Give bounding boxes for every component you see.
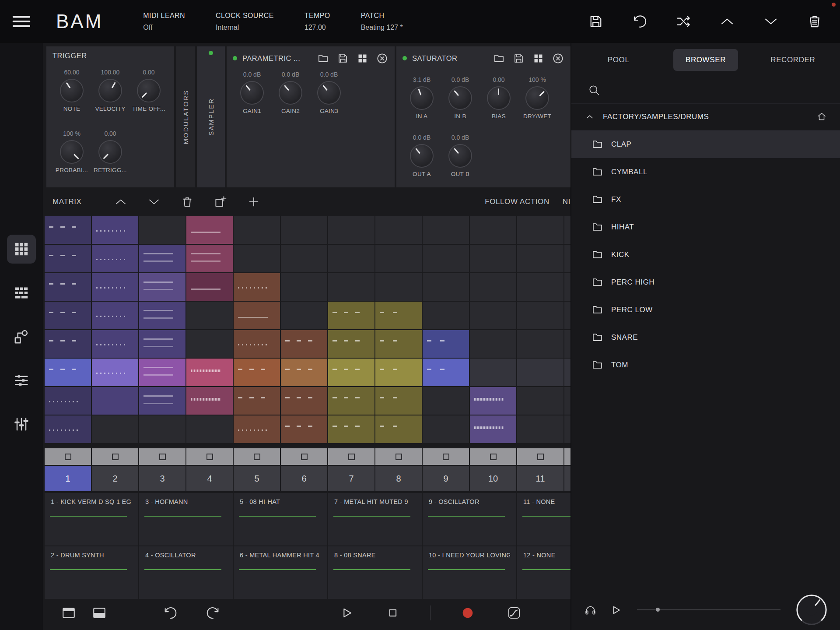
matrix-cell[interactable]	[564, 216, 570, 244]
track-cell[interactable]: 10 - I NEED YOUR LOVING	[423, 546, 516, 599]
matrix-cell[interactable]	[564, 245, 570, 272]
sidebar-item-mixer-view[interactable]	[7, 366, 36, 395]
save-preset-button[interactable]	[512, 52, 525, 65]
scene-checkbox[interactable]	[281, 448, 327, 465]
scene-checkbox[interactable]	[423, 448, 469, 465]
matrix-cell[interactable]	[423, 216, 469, 244]
matrix-cell[interactable]	[564, 302, 570, 329]
load-preset-button[interactable]	[316, 52, 329, 65]
matrix-cell[interactable]	[139, 330, 186, 358]
matrix-cell[interactable]	[375, 387, 422, 415]
knob[interactable]	[60, 140, 84, 164]
matrix-cell[interactable]	[328, 302, 374, 329]
modulators-tab[interactable]: MODULATORS	[176, 46, 195, 187]
step-number[interactable]: 9	[423, 466, 469, 491]
matrix-cell[interactable]	[517, 330, 564, 358]
routing-button[interactable]	[532, 52, 545, 65]
matrix-cell[interactable]	[45, 415, 91, 443]
search-field[interactable]	[571, 77, 840, 103]
matrix-cell[interactable]	[186, 302, 233, 329]
track-cell[interactable]: 8 - 08 SNARE	[328, 546, 422, 599]
row-up-button[interactable]	[113, 194, 128, 209]
matrix-cell[interactable]	[45, 387, 91, 415]
matrix-cell[interactable]	[92, 415, 138, 443]
matrix-cell[interactable]	[423, 415, 469, 443]
breadcrumb[interactable]: FACTORY/SAMPLES/DRUMS	[571, 103, 840, 130]
matrix-cell[interactable]	[517, 245, 564, 272]
matrix-cell[interactable]	[186, 330, 233, 358]
matrix-cell[interactable]	[423, 273, 469, 301]
matrix-cell[interactable]	[45, 273, 91, 301]
matrix-cell[interactable]	[470, 302, 516, 329]
matrix-cell[interactable]	[139, 302, 186, 329]
matrix-cell[interactable]	[564, 273, 570, 301]
track-cell[interactable]: 1 - KICK VERM D SQ 1 EG 2	[45, 493, 138, 546]
tab-browser[interactable]: BROWSER	[673, 49, 738, 71]
scene-checkbox[interactable]	[564, 448, 570, 465]
matrix-cell[interactable]	[281, 359, 327, 386]
patch-down-button[interactable]	[762, 13, 780, 30]
scene-checkbox[interactable]	[470, 448, 516, 465]
midi-learn-field[interactable]: MIDI LEARN Off	[143, 12, 185, 32]
matrix-cell[interactable]	[234, 359, 280, 386]
stop-button[interactable]	[384, 604, 402, 622]
matrix-cell[interactable]	[564, 330, 570, 358]
scene-checkbox[interactable]	[186, 448, 233, 465]
matrix-cell[interactable]	[375, 273, 422, 301]
preview-volume-slider[interactable]	[637, 609, 780, 610]
scene-checkbox[interactable]	[45, 448, 91, 465]
row-down-button[interactable]	[147, 194, 161, 209]
knob[interactable]	[525, 86, 549, 110]
matrix-cell[interactable]	[234, 216, 280, 244]
step-number[interactable]: 12	[564, 466, 570, 491]
step-number[interactable]: 6	[281, 466, 327, 491]
track-cell[interactable]: 6 - METAL HAMMER HIT 4	[234, 546, 327, 599]
matrix-cell[interactable]	[45, 330, 91, 358]
matrix-cell[interactable]	[564, 359, 570, 386]
knob[interactable]	[410, 86, 434, 110]
matrix-cell[interactable]	[375, 216, 422, 244]
patch-up-button[interactable]	[718, 13, 736, 30]
matrix-cell[interactable]	[423, 302, 469, 329]
home-button[interactable]	[816, 111, 827, 123]
step-number[interactable]: 8	[375, 466, 422, 491]
tab-recorder[interactable]: RECORDER	[758, 49, 827, 71]
folder-item-clap[interactable]: CLAP	[571, 130, 840, 158]
clock-source-field[interactable]: CLOCK SOURCE Internal	[216, 12, 274, 32]
knob[interactable]	[317, 81, 341, 105]
matrix-cell[interactable]	[281, 415, 327, 443]
duplicate-row-button[interactable]	[213, 194, 228, 209]
matrix-cell[interactable]	[139, 359, 186, 386]
scene-checkbox[interactable]	[517, 448, 564, 465]
matrix-cell[interactable]	[328, 359, 374, 386]
matrix-cell[interactable]	[45, 302, 91, 329]
knob[interactable]	[448, 144, 472, 168]
add-row-button[interactable]	[246, 194, 261, 209]
scene-checkbox[interactable]	[139, 448, 186, 465]
matrix-cell[interactable]	[281, 245, 327, 272]
remove-effect-button[interactable]	[551, 52, 564, 65]
folder-item-cymball[interactable]: CYMBALL	[571, 158, 840, 186]
matrix-cell[interactable]	[328, 415, 374, 443]
matrix-cell[interactable]	[328, 245, 374, 272]
track-cell[interactable]: 7 - METAL HIT MUTED 9	[328, 493, 422, 546]
track-cell[interactable]: 11 - NONE	[517, 493, 570, 546]
track-cell[interactable]: 5 - 08 HI-HAT	[234, 493, 327, 546]
matrix-cell[interactable]	[517, 216, 564, 244]
matrix-cell[interactable]	[92, 273, 138, 301]
knob[interactable]	[448, 86, 472, 110]
delete-row-button[interactable]	[180, 194, 195, 209]
matrix-cell[interactable]	[517, 387, 564, 415]
matrix-cell[interactable]	[92, 359, 138, 386]
matrix-cell[interactable]	[423, 330, 469, 358]
matrix-cell[interactable]	[470, 415, 516, 443]
sidebar-item-step-sequencer-view[interactable]	[7, 278, 36, 307]
matrix-cell[interactable]	[234, 387, 280, 415]
matrix-cell[interactable]	[328, 273, 374, 301]
matrix-cell[interactable]	[45, 245, 91, 272]
knob[interactable]	[98, 140, 122, 164]
knob[interactable]	[487, 86, 511, 110]
folder-item-kick[interactable]: KICK	[571, 241, 840, 268]
matrix-cell[interactable]	[470, 245, 516, 272]
matrix-cell[interactable]	[186, 359, 233, 386]
